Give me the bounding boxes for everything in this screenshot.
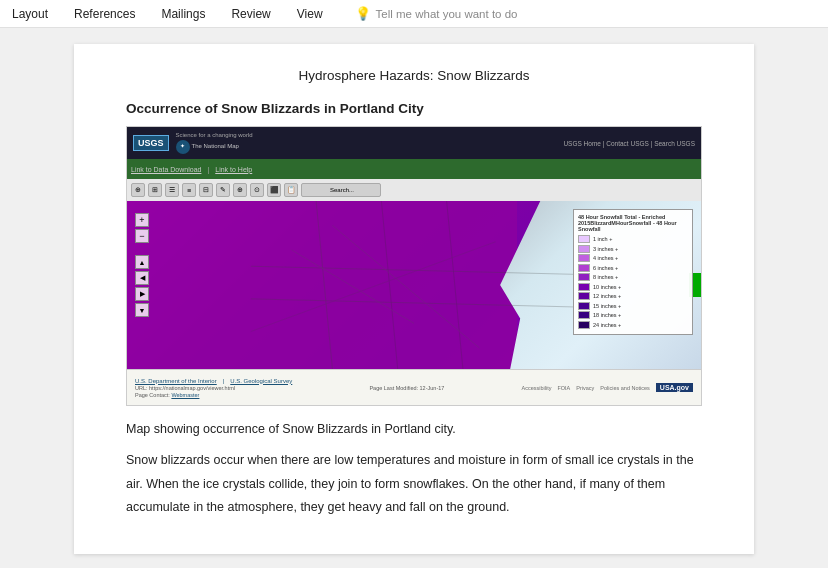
menu-layout[interactable]: Layout: [8, 5, 52, 23]
map-caption: Map showing occurrence of Snow Blizzards…: [126, 420, 702, 439]
toolbar-btn-9[interactable]: ⬛: [267, 183, 281, 197]
pan-right-btn[interactable]: ▶: [135, 287, 149, 301]
svg-line-2: [316, 201, 332, 369]
usgs-logo: USGS Science for a changing world ✦ The …: [133, 132, 253, 153]
legend-item-9: 18 inches +: [578, 311, 688, 319]
usgs-topbar: USGS Science for a changing world ✦ The …: [127, 127, 701, 159]
svg-line-4: [447, 201, 463, 369]
menu-view[interactable]: View: [293, 5, 327, 23]
legend-item-2: 3 inches +: [578, 245, 688, 253]
toolbar-btn-6[interactable]: ✎: [216, 183, 230, 197]
search-bar[interactable]: 💡 Tell me what you want to do: [355, 6, 518, 21]
zoom-out-btn[interactable]: −: [135, 229, 149, 243]
map-content: + − ▲ ◀ ▶ ▼ 48 Hour Snowfall Total - Enr…: [127, 201, 701, 369]
toolbar-btn-1[interactable]: ⊕: [131, 183, 145, 197]
nav-link-data[interactable]: Link to Data Download: [131, 166, 201, 173]
usgs-toolbar: ⊕ ⊞ ☰ ≡ ⊟ ✎ ⊕ ⊙ ⬛ 📋 Search...: [127, 179, 701, 201]
toolbar-btn-7[interactable]: ⊕: [233, 183, 247, 197]
pan-left-btn[interactable]: ◀: [135, 271, 149, 285]
document-title: Hydrosphere Hazards: Snow Blizzards: [126, 68, 702, 83]
search-placeholder: Tell me what you want to do: [376, 8, 518, 20]
lightbulb-icon: 💡: [355, 6, 371, 21]
legend-item-4: 6 inches +: [578, 264, 688, 272]
bottom-right: Accessibility FOIA Privacy Policies and …: [521, 383, 693, 392]
svg-line-0: [251, 266, 577, 274]
svg-line-6: [332, 225, 479, 347]
document-area: Hydrosphere Hazards: Snow Blizzards Occu…: [0, 28, 828, 568]
usgs-logo-text: USGS: [133, 135, 169, 151]
nav-link-help[interactable]: Link to Help: [215, 166, 252, 173]
menu-references[interactable]: References: [70, 5, 139, 23]
pan-up-btn[interactable]: ▲: [135, 255, 149, 269]
svg-line-5: [292, 250, 414, 323]
legend-item-10: 24 inches +: [578, 321, 688, 329]
map-container: USGS Science for a changing world ✦ The …: [126, 126, 702, 406]
legend-item-1: 1 inch +: [578, 235, 688, 243]
document-page: Hydrosphere Hazards: Snow Blizzards Occu…: [74, 44, 754, 554]
svg-line-3: [381, 201, 397, 369]
menu-mailings[interactable]: Mailings: [157, 5, 209, 23]
legend-title: 48 Hour Snowfall Total - Enriched2015Bli…: [578, 214, 688, 232]
svg-line-7: [251, 242, 496, 332]
body-text: Snow blizzards occur when there are low …: [126, 449, 702, 520]
map-nav-controls: + − ▲ ◀ ▶ ▼: [135, 213, 149, 317]
usgs-navbar: Link to Data Download | Link to Help: [127, 159, 701, 179]
section-heading: Occurrence of Snow Blizzards in Portland…: [126, 101, 702, 116]
legend-item-6: 10 inches +: [578, 283, 688, 291]
legend-item-5: 8 inches +: [578, 273, 688, 281]
usa-logo: USA.gov: [656, 383, 693, 392]
usgs-bottombar: U.S. Department of the Interior | U.S. G…: [127, 369, 701, 405]
toolbar-btn-10[interactable]: 📋: [284, 183, 298, 197]
legend-item-3: 4 inches +: [578, 254, 688, 262]
menubar: Layout References Mailings Review View 💡…: [0, 0, 828, 28]
bottom-links: U.S. Department of the Interior | U.S. G…: [135, 378, 292, 384]
usgs-toplinks: USGS Home | Contact USGS | Search USGS: [563, 140, 695, 147]
toolbar-btn-5[interactable]: ⊟: [199, 183, 213, 197]
toolbar-btn-3[interactable]: ☰: [165, 183, 179, 197]
usgs-subtitle: Science for a changing world ✦ The Natio…: [176, 132, 253, 153]
legend-item-8: 15 inches +: [578, 302, 688, 310]
toolbar-btn-search[interactable]: Search...: [301, 183, 381, 197]
toolbar-btn-8[interactable]: ⊙: [250, 183, 264, 197]
menu-review[interactable]: Review: [227, 5, 274, 23]
toolbar-btn-4[interactable]: ≡: [182, 183, 196, 197]
map-inner: USGS Science for a changing world ✦ The …: [127, 127, 701, 405]
legend-box: 48 Hour Snowfall Total - Enriched2015Bli…: [573, 209, 693, 335]
pan-down-btn[interactable]: ▼: [135, 303, 149, 317]
toolbar-btn-2[interactable]: ⊞: [148, 183, 162, 197]
zoom-in-btn[interactable]: +: [135, 213, 149, 227]
legend-item-7: 12 inches +: [578, 292, 688, 300]
svg-line-1: [251, 299, 577, 307]
